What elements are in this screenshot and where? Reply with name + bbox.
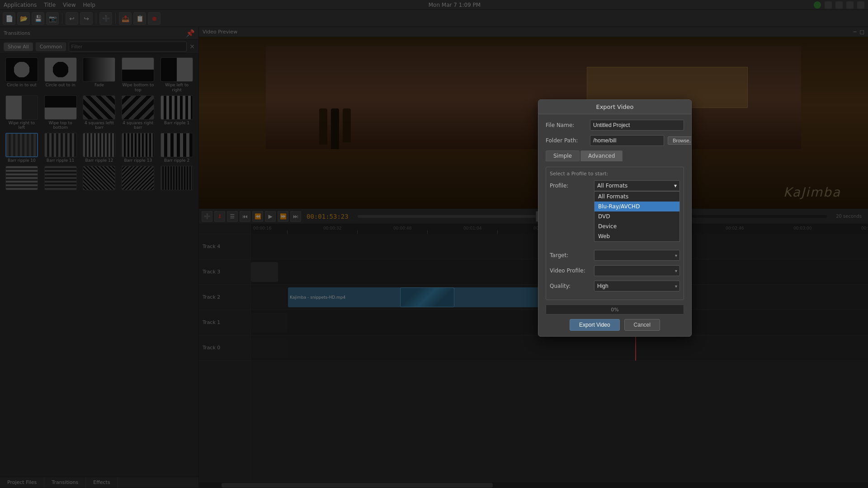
target-label: Target: bbox=[550, 252, 590, 258]
profile-option-all-formats[interactable]: All Formats bbox=[594, 192, 679, 202]
quality-label: Quality: bbox=[550, 283, 590, 289]
video-profile-select-wrapper: ▾ bbox=[594, 265, 680, 276]
folder-path-label: Folder Path: bbox=[546, 137, 586, 144]
dialog-title: Export Video bbox=[596, 103, 633, 110]
file-name-label: File Name: bbox=[546, 122, 586, 128]
profile-option-device[interactable]: Device bbox=[594, 221, 679, 231]
file-name-row: File Name: bbox=[546, 120, 684, 131]
quality-select-wrapper: LowMediumHighVery HighLossless ▾ bbox=[594, 281, 680, 291]
tab-advanced[interactable]: Advanced bbox=[580, 150, 623, 161]
progress-area: 0% bbox=[546, 305, 684, 314]
profile-option-dvd[interactable]: DVD bbox=[594, 211, 679, 221]
profile-selected-value: All Formats bbox=[597, 183, 627, 189]
quality-row: Quality: LowMediumHighVery HighLossless … bbox=[550, 281, 680, 291]
dialog-title-bar: Export Video bbox=[538, 100, 691, 114]
target-select-wrapper: ▾ bbox=[594, 250, 680, 261]
profile-section-title: Select a Profile to start: bbox=[550, 171, 680, 177]
modal-overlay: Export Video File Name: Folder Path: Bro… bbox=[0, 0, 868, 488]
folder-path-input[interactable] bbox=[590, 135, 664, 146]
video-profile-select[interactable] bbox=[594, 265, 680, 276]
dialog-buttons: Export Video Cancel bbox=[546, 319, 684, 331]
profile-option-bluray[interactable]: Blu-Ray/AVCHD bbox=[594, 202, 679, 211]
profile-dropdown-list: All Formats Blu-Ray/AVCHD DVD Device Web bbox=[594, 191, 680, 242]
profile-label: Profile: bbox=[550, 183, 590, 189]
video-profile-label: Video Profile: bbox=[550, 267, 590, 274]
browse-button[interactable]: Browse... bbox=[668, 136, 692, 145]
target-row: Target: ▾ bbox=[550, 250, 680, 261]
quality-select[interactable]: LowMediumHighVery HighLossless bbox=[594, 281, 680, 291]
profile-dropdown: All Formats ▾ All Formats Blu-Ray/AVCHD … bbox=[594, 180, 680, 191]
cancel-button[interactable]: Cancel bbox=[624, 319, 660, 331]
profile-section: Select a Profile to start: Profile: All … bbox=[546, 167, 684, 300]
dropdown-arrow-icon: ▾ bbox=[674, 183, 677, 189]
dialog-tabs: Simple Advanced bbox=[546, 150, 684, 161]
folder-path-row: Folder Path: Browse... bbox=[546, 135, 684, 146]
profile-row: Profile: All Formats ▾ All Formats Blu-R… bbox=[550, 180, 680, 191]
export-video-button[interactable]: Export Video bbox=[570, 319, 620, 331]
video-profile-row: Video Profile: ▾ bbox=[550, 265, 680, 276]
tab-simple[interactable]: Simple bbox=[546, 150, 580, 161]
profile-dropdown-button[interactable]: All Formats ▾ bbox=[594, 180, 680, 191]
profile-option-web[interactable]: Web bbox=[594, 231, 679, 241]
target-select[interactable] bbox=[594, 250, 680, 261]
file-name-input[interactable] bbox=[590, 120, 684, 131]
progress-text: 0% bbox=[611, 307, 618, 313]
export-dialog: Export Video File Name: Folder Path: Bro… bbox=[538, 99, 692, 337]
dialog-body: File Name: Folder Path: Browse... Simple… bbox=[538, 114, 691, 336]
